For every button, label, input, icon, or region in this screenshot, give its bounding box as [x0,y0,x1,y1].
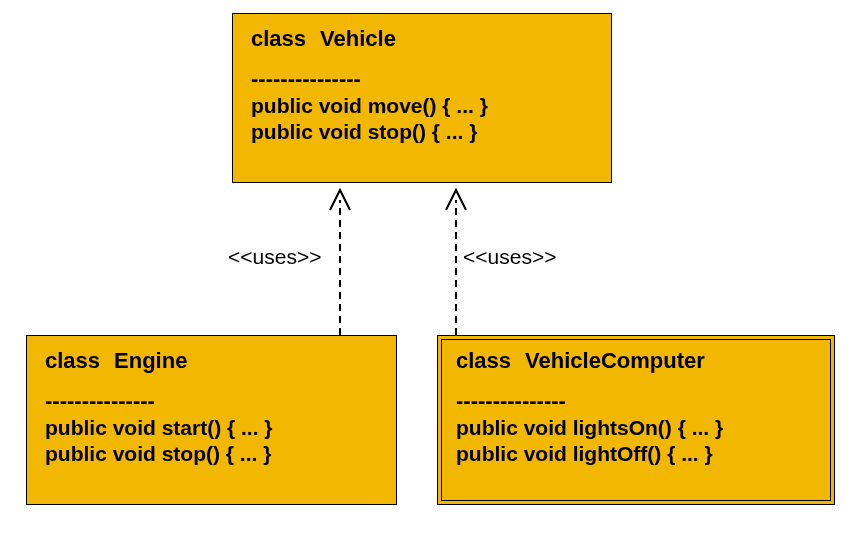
class-box-engine: classEngine --------------- public void … [26,335,397,505]
class-box-computer: classVehicleComputer --------------- pub… [437,335,835,505]
class-title: classVehicleComputer [456,348,816,374]
class-method: public void move() { ... } [251,94,593,118]
diagram-canvas: classVehicle --------------- public void… [0,0,866,537]
class-method: public void start() { ... } [45,416,378,440]
relation-label-left: <<uses>> [228,245,321,269]
class-method: public void stop() { ... } [45,442,378,466]
class-divider: --------------- [45,388,378,414]
class-keyword: class [45,348,100,373]
class-divider: --------------- [456,388,816,414]
class-method: public void stop() { ... } [251,120,593,144]
uses-arrow-head-icon [330,190,350,210]
class-method: public void lightOff() { ... } [456,442,816,466]
uses-arrow-head-icon [446,190,466,210]
class-keyword: class [456,348,511,373]
class-name: Vehicle [320,26,396,51]
class-box-vehicle: classVehicle --------------- public void… [232,13,612,183]
class-title: classVehicle [251,26,593,52]
class-divider: --------------- [251,66,593,92]
class-method: public void lightsOn() { ... } [456,416,816,440]
class-title: classEngine [45,348,378,374]
class-keyword: class [251,26,306,51]
class-name: Engine [114,348,187,373]
relation-label-right: <<uses>> [463,245,556,269]
class-name: VehicleComputer [525,348,705,373]
